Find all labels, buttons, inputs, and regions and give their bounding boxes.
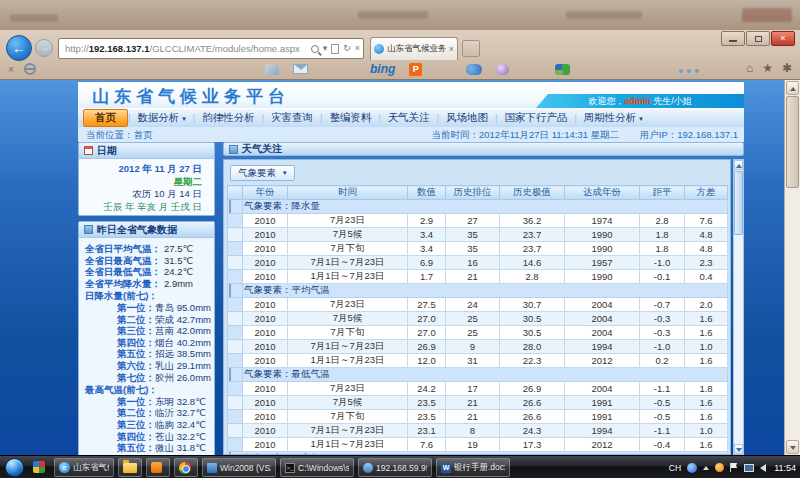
section-checkbox-cell[interactable] — [228, 284, 243, 298]
card-icon[interactable] — [265, 64, 279, 75]
camera-icon[interactable] — [466, 64, 482, 75]
section-header-row[interactable]: 气象要素：最低气温 — [228, 368, 728, 382]
compatibility-view-icon[interactable] — [331, 44, 339, 54]
community-icon[interactable] — [555, 64, 570, 75]
table-row[interactable]: 20107月5候23.52126.61991-0.51.6 — [228, 396, 728, 410]
scroll-up-button[interactable] — [786, 81, 799, 95]
nav-item-5[interactable]: 整编资料 — [322, 110, 378, 126]
mail-icon[interactable] — [293, 64, 308, 74]
table-row[interactable]: 20107月1日～7月23日26.9928.01994-1.01.0 — [228, 340, 728, 354]
table-cell: 7月5候 — [288, 228, 408, 242]
taskbar-window-button[interactable]: >_C:\Windows\s... — [280, 458, 354, 477]
table-cell: 23.5 — [408, 410, 446, 424]
nav-item-1[interactable]: 首页 — [83, 109, 128, 127]
table-cell: 1991 — [565, 396, 640, 410]
calendar-ganzhi: 壬辰 年 辛亥 月 壬戌 日 — [83, 201, 202, 214]
nav-item-6[interactable]: 天气关注 — [381, 110, 437, 126]
checkbox[interactable] — [229, 284, 231, 297]
tray-orange-icon[interactable] — [715, 463, 724, 472]
table-row[interactable]: 20101月1日～7月23日1.7212.81990-0.10.4 — [228, 270, 728, 284]
taskbar-explorer-button[interactable] — [118, 458, 142, 477]
table-cell: 7.6 — [685, 214, 728, 228]
favorites-star-icon[interactable]: ★ — [762, 61, 773, 75]
table-row[interactable]: 20107月23日27.52430.72004-0.72.0 — [228, 298, 728, 312]
maximize-button[interactable] — [746, 31, 770, 46]
nav-item-3[interactable]: 韵律性分析 — [195, 110, 262, 126]
table-row[interactable]: 20107月下旬27.02530.52004-0.31.6 — [228, 326, 728, 340]
scroll-thumb[interactable] — [734, 171, 743, 235]
taskbar-window-button[interactable]: 192.168.59.99... — [358, 458, 432, 477]
weather-panel-icon — [229, 145, 238, 154]
table-cell: 17 — [446, 382, 500, 396]
scroll-down-button[interactable] — [786, 440, 799, 454]
chevron-down-icon[interactable]: ▾ — [323, 39, 328, 58]
tray-app-icon[interactable] — [687, 463, 697, 473]
toolbar-close-icon[interactable]: × — [8, 64, 14, 75]
table-cell: 2004 — [565, 312, 640, 326]
section-checkbox-cell[interactable] — [228, 368, 243, 382]
quick-launch-icon[interactable] — [33, 461, 45, 473]
table-cell: 21 — [446, 270, 500, 284]
language-indicator[interactable]: CH — [669, 463, 681, 473]
taskbar-chrome-button[interactable] — [174, 458, 198, 477]
start-button[interactable] — [5, 458, 24, 477]
nav-item-4[interactable]: 灾害查询 — [264, 110, 320, 126]
element-filter-button[interactable]: 气象要素 ▾ — [230, 165, 295, 181]
back-button[interactable]: ← — [6, 35, 32, 61]
more-options-icon[interactable] — [679, 69, 683, 73]
taskbar-ie-button[interactable]: e 山东省气候业... — [54, 458, 114, 477]
action-center-flag-icon[interactable] — [730, 463, 738, 472]
table-row[interactable]: 20101月1日～7月23日12.03122.320120.21.6 — [228, 354, 728, 368]
scroll-down-button[interactable] — [734, 444, 743, 454]
taskbar-window-button[interactable]: Win2008 (VS2... — [202, 458, 276, 477]
table-row[interactable]: 20107月1日～7月23日6.91614.61957-1.02.3 — [228, 256, 728, 270]
toolbar-blocker-icon[interactable] — [24, 63, 36, 75]
bing-logo[interactable]: bing — [370, 62, 395, 76]
table-row[interactable]: 20107月23日2.92736.219742.87.6 — [228, 214, 728, 228]
nav-item-2[interactable]: 数据分析▾ — [130, 110, 193, 126]
section-checkbox-cell[interactable] — [228, 200, 243, 214]
tools-gear-icon[interactable]: ✱ — [782, 61, 792, 75]
bing-p-icon[interactable]: P — [409, 63, 422, 76]
volume-icon[interactable] — [760, 464, 766, 472]
table-row[interactable]: 20107月5候3.43523.719901.84.8 — [228, 228, 728, 242]
section-header-row[interactable]: 气象要素：降水量 — [228, 200, 728, 214]
taskbar-app-button[interactable] — [146, 458, 170, 477]
section-header-row[interactable]: 气象要素：平均气温 — [228, 284, 728, 298]
scroll-up-button[interactable] — [734, 160, 743, 170]
search-icon[interactable] — [311, 45, 319, 53]
browser-tab[interactable]: 山东省气候业务平... × — [370, 37, 458, 60]
new-tab-button[interactable] — [462, 40, 480, 57]
nav-item-9[interactable]: 周期性分析▾ — [577, 110, 650, 126]
table-row[interactable]: 20107月下旬23.52126.61991-0.51.6 — [228, 410, 728, 424]
paw-icon[interactable] — [496, 64, 509, 75]
tray-expand-icon[interactable] — [703, 466, 709, 470]
checkbox[interactable] — [229, 368, 231, 381]
table-row[interactable]: 20107月23日24.21726.92004-1.11.8 — [228, 382, 728, 396]
refresh-icon[interactable]: ↻ — [343, 39, 351, 58]
scroll-thumb[interactable] — [786, 96, 799, 188]
stat-label: 全省日最低气温： — [85, 266, 161, 278]
table-row[interactable]: 20107月1日～7月23日23.1824.31994-1.11.0 — [228, 424, 728, 438]
table-row[interactable]: 20107月5候27.02530.52004-0.31.6 — [228, 312, 728, 326]
table-row[interactable]: 20101月1日～7月23日7.61917.32012-0.41.6 — [228, 438, 728, 452]
nav-item-8[interactable]: 国家下行产品 — [497, 110, 574, 126]
taskbar-window-button[interactable]: W银行手册.docx ... — [436, 458, 510, 477]
table-cell: 26.6 — [500, 396, 565, 410]
close-button[interactable]: × — [771, 31, 795, 46]
minimize-button[interactable] — [721, 31, 745, 46]
table-row[interactable]: 20107月下旬3.43523.719901.84.8 — [228, 242, 728, 256]
clock[interactable]: 11:54 — [774, 463, 796, 473]
address-bar[interactable]: http://192.168.137.1/GLCCLIMATE/modules/… — [58, 38, 364, 59]
network-icon[interactable] — [744, 464, 754, 472]
weather-panel-title: 天气关注 — [242, 142, 282, 156]
home-icon[interactable]: ⌂ — [746, 61, 753, 75]
forward-button[interactable]: → — [35, 39, 53, 57]
browser-scrollbar[interactable] — [784, 80, 800, 455]
nav-item-7[interactable]: 风场地图 — [439, 110, 495, 126]
stop-icon[interactable]: × — [355, 39, 360, 58]
panel-scrollbar[interactable] — [733, 159, 744, 455]
tab-close-icon[interactable]: × — [449, 44, 454, 54]
checkbox[interactable] — [229, 200, 231, 213]
rank-label: 第三位： — [117, 419, 155, 431]
